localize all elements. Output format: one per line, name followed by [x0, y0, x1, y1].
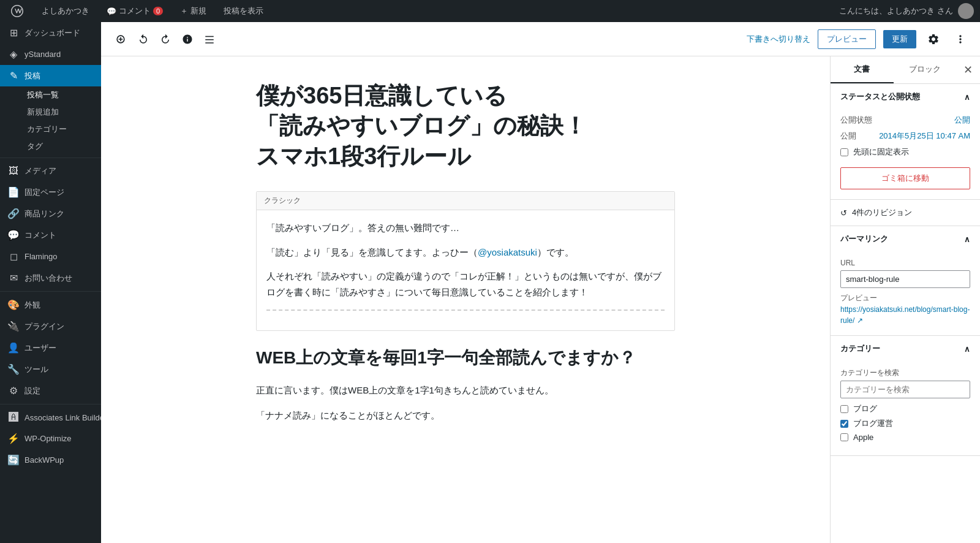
sidebar-item-users[interactable]: 👤 ユーザー	[0, 337, 101, 359]
editor-topbar: 下書きへ切り替え プレビュー 更新	[101, 22, 980, 56]
sidebar-label-comments: コメント	[24, 230, 56, 241]
undo-button[interactable]	[134, 30, 153, 48]
para2-before: 「読む」より「見る」を意識してます。よっひー（	[266, 247, 478, 257]
permalink-section-content: URL プレビュー https://yosiakatsuki.net/blog/…	[831, 252, 980, 335]
close-sidebar-button[interactable]: ✕	[956, 56, 980, 83]
tab-block[interactable]: ブロック	[894, 56, 957, 83]
categories-section-content: カテゴリーを検索 ブログ ブログ運営	[831, 362, 980, 455]
block-nav-button[interactable]	[200, 30, 219, 48]
site-name-bar[interactable]: よしあかつき	[38, 0, 93, 22]
sidebar-label-product-links: 商品リンク	[24, 208, 64, 219]
redo-button[interactable]	[156, 30, 175, 48]
tools-icon: 🔧	[7, 363, 20, 375]
sidebar-item-contact[interactable]: ✉ お問い合わせ	[0, 267, 101, 289]
divider	[266, 309, 665, 311]
more-options-button[interactable]	[951, 29, 970, 49]
sidebar-sub-new-post[interactable]: 新規追加	[0, 104, 101, 121]
category-checkbox-blog-management[interactable]	[840, 420, 848, 428]
category-search-label: カテゴリーを検索	[840, 368, 899, 377]
sidebar-label-posts: 投稿	[24, 70, 40, 82]
categories-section-header[interactable]: カテゴリー ∧	[831, 336, 980, 362]
preview-button[interactable]: プレビュー	[818, 29, 876, 49]
sidebar-item-tools[interactable]: 🔧 ツール	[0, 359, 101, 380]
url-label: URL	[840, 259, 855, 267]
dashboard-icon: ⊞	[7, 27, 20, 39]
permalink-preview-label: プレビュー	[840, 293, 970, 303]
sidebar-item-flamingo[interactable]: ◻ Flamingo	[0, 246, 101, 267]
contact-icon: ✉	[7, 272, 20, 284]
sidebar-item-associates[interactable]: 🅰 Associates Link Builder	[0, 407, 101, 428]
paragraph-3: 人それぞれ「読みやすい」の定義が違うので「コレが正解！」というものは無いですが、…	[266, 268, 665, 300]
sidebar-item-appearance[interactable]: 🎨 外観	[0, 294, 101, 316]
publish-label: 公開	[840, 131, 856, 142]
settings-gear-button[interactable]	[924, 29, 943, 49]
new-post-bar[interactable]: ＋ 新規	[176, 0, 210, 22]
sidebar-item-posts[interactable]: ✎ 投稿	[0, 65, 101, 86]
update-button[interactable]: 更新	[883, 30, 916, 48]
sidebar-item-backwpup[interactable]: 🔄 BackWPup	[0, 449, 101, 471]
twitter-link[interactable]: @yosiakatsuki	[478, 247, 537, 257]
sidebar-item-product-links[interactable]: 🔗 商品リンク	[0, 203, 101, 224]
wp-optimize-icon: ⚡	[7, 433, 20, 444]
sidebar-item-wp-optimize[interactable]: ⚡ WP-Optimize	[0, 428, 101, 449]
revisions-icon: ↺	[840, 208, 847, 218]
add-block-button[interactable]	[111, 29, 130, 49]
draft-switch-link[interactable]: 下書きへ切り替え	[747, 34, 810, 45]
permalink-section-title: パーマリンク	[840, 234, 888, 245]
settings-icon: ⚙	[7, 385, 20, 397]
revisions-link[interactable]: ↺ 4件のリビジョン	[831, 200, 980, 226]
view-posts-bar[interactable]: 投稿を表示	[220, 0, 267, 22]
classic-block-content[interactable]: 「読みやすいブログ」。答えの無い難問です… 「読む」より「見る」を意識してます。…	[257, 210, 674, 330]
category-checkbox-apple[interactable]	[840, 433, 848, 441]
paragraph-2: 「読む」より「見る」を意識してます。よっひー（@yosiakatsuki）です。	[266, 245, 665, 260]
status-section: ステータスと公開状態 ∧ 公開状態 公開 公開 2014年5月25日 10:47…	[831, 84, 980, 200]
trash-button[interactable]: ゴミ箱に移動	[840, 167, 970, 189]
permalink-section-header[interactable]: パーマリンク ∧	[831, 226, 980, 252]
sidebar-item-settings[interactable]: ⚙ 設定	[0, 380, 101, 401]
pin-checkbox[interactable]	[840, 148, 848, 156]
editor-content: 僕が365日意識している「読みやすいブログ」の秘訣！スマホ1段3行ルール クラシ…	[101, 56, 830, 543]
sidebar-item-dashboard[interactable]: ⊞ ダッシュボード	[0, 22, 101, 44]
right-sidebar: 文書 ブロック ✕ ステータスと公開状態 ∧ 公開状態 公開	[830, 56, 980, 543]
sidebar-sub-categories[interactable]: カテゴリー	[0, 121, 101, 138]
comments-bar[interactable]: 💬 コメント 0	[103, 0, 167, 22]
category-search-input[interactable]	[840, 381, 970, 398]
permalink-url-input[interactable]	[840, 270, 970, 288]
plus-icon: ＋	[180, 6, 188, 17]
status-section-header[interactable]: ステータスと公開状態 ∧	[831, 84, 980, 110]
body-text-2: 「ナナメ読み」になることがほとんどです。	[256, 407, 675, 423]
category-item-blog: ブログ	[840, 403, 970, 414]
category-item-apple: Apple	[840, 433, 970, 442]
sidebar-item-plugins[interactable]: 🔌 プラグイン	[0, 316, 101, 337]
tab-document[interactable]: 文書	[831, 56, 894, 83]
permalink-preview-url[interactable]: https://yosiakatsuki.net/blog/smart-blog…	[840, 305, 970, 325]
media-icon: 🖼	[7, 165, 20, 177]
category-checkbox-blog[interactable]	[840, 405, 848, 413]
pin-label: 先頭に固定表示	[853, 146, 909, 158]
sidebar-sub-post-list[interactable]: 投稿一覧	[0, 86, 101, 104]
permalink-collapse-icon: ∧	[964, 235, 970, 244]
sidebar-tabs: 文書 ブロック ✕	[831, 56, 980, 84]
post-title[interactable]: 僕が365日意識している「読みやすいブログ」の秘訣！スマホ1段3行ルール	[256, 81, 675, 172]
sidebar-item-comments[interactable]: 💬 コメント	[0, 224, 101, 246]
sidebar-sub-tags[interactable]: タグ	[0, 138, 101, 155]
sidebar-label-users: ユーザー	[24, 343, 56, 354]
flamingo-icon: ◻	[7, 251, 20, 262]
sidebar-label-tools: ツール	[24, 364, 48, 375]
sidebar-label-flamingo: Flamingo	[24, 252, 57, 261]
info-button[interactable]	[178, 30, 197, 48]
admin-avatar[interactable]	[958, 3, 974, 19]
category-label-apple: Apple	[853, 433, 873, 442]
wp-logo[interactable]	[6, 0, 28, 22]
comments-label: コメント	[119, 6, 151, 17]
sidebar-label-ystandard: yStandard	[24, 50, 61, 59]
sidebar-item-media[interactable]: 🖼 メディア	[0, 161, 101, 181]
editor-area: 下書きへ切り替え プレビュー 更新 僕が365日意識している「読みやすいブログ」…	[101, 22, 980, 543]
public-state-value[interactable]: 公開	[954, 115, 970, 126]
sidebar-item-ystandard[interactable]: ◈ yStandard	[0, 44, 101, 65]
category-label-blog-management: ブログ運営	[853, 418, 893, 429]
sidebar-item-pages[interactable]: 📄 固定ページ	[0, 181, 101, 203]
publish-date[interactable]: 2014年5月25日 10:47 AM	[879, 131, 970, 142]
plugins-icon: 🔌	[7, 321, 20, 332]
admin-sidebar: ⊞ ダッシュボード ◈ yStandard ✎ 投稿 投稿一覧 新規追加 カテゴ…	[0, 22, 101, 543]
